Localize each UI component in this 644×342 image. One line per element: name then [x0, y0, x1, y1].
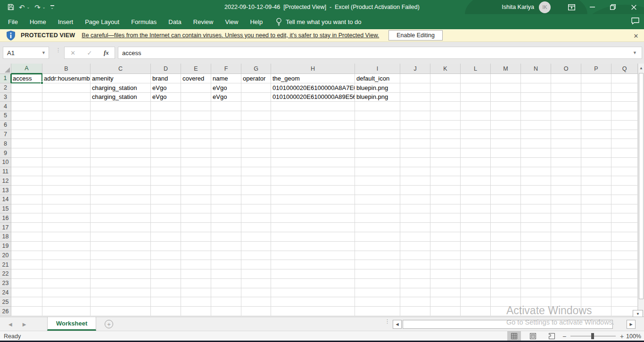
cell-D8[interactable] [151, 139, 181, 148]
cell-I5[interactable] [355, 111, 400, 121]
cell-E18[interactable] [181, 232, 211, 242]
cell-F18[interactable] [211, 232, 241, 242]
cell-B11[interactable] [42, 167, 91, 177]
cell-L13[interactable] [461, 186, 491, 195]
cell-A20[interactable] [11, 251, 42, 261]
cell-H12[interactable] [271, 176, 355, 186]
normal-view-icon[interactable] [507, 331, 521, 341]
cell-C6[interactable] [91, 121, 151, 130]
row-header-13[interactable]: 13 [0, 186, 11, 195]
cell-D9[interactable] [151, 148, 181, 158]
cell-L24[interactable] [461, 288, 491, 298]
cell-O12[interactable] [551, 176, 581, 186]
cell-O13[interactable] [551, 186, 581, 195]
horizontal-scrollbar[interactable] [402, 320, 626, 329]
cell-E8[interactable] [181, 139, 211, 148]
cell-B10[interactable] [42, 158, 91, 167]
formula-bar-drag-handle[interactable]: ⋮ [56, 49, 58, 57]
row-header-18[interactable]: 18 [0, 232, 11, 242]
formula-bar-input[interactable]: access ▼ [118, 47, 642, 59]
cell-G21[interactable] [241, 260, 271, 269]
cell-I2[interactable]: bluepin.png [355, 83, 400, 93]
cell-M24[interactable] [491, 288, 521, 298]
row-header-23[interactable]: 23 [0, 279, 11, 288]
cell-K16[interactable] [430, 213, 461, 223]
ribbon-tab-insert[interactable]: Insert [58, 18, 74, 25]
cell-K11[interactable] [430, 167, 461, 177]
cell-H24[interactable] [271, 288, 355, 298]
cell-M19[interactable] [491, 242, 521, 251]
cell-D16[interactable] [151, 213, 181, 223]
cell-C5[interactable] [91, 111, 151, 121]
cell-I6[interactable] [355, 121, 400, 130]
zoom-slider-thumb[interactable] [591, 333, 594, 339]
cell-M13[interactable] [491, 186, 521, 195]
cell-L11[interactable] [461, 167, 491, 177]
cell-D19[interactable] [151, 242, 181, 251]
cell-I14[interactable] [355, 195, 400, 204]
cell-N19[interactable] [521, 242, 551, 251]
cell-J22[interactable] [400, 269, 430, 279]
column-header-H[interactable]: H [271, 64, 355, 74]
cell-F10[interactable] [211, 158, 241, 167]
insert-function-icon[interactable]: fx [104, 49, 109, 57]
cell-D25[interactable] [151, 297, 181, 307]
cell-Q6[interactable] [611, 121, 638, 130]
cell-H1[interactable]: the_geom [271, 74, 355, 83]
cell-D18[interactable] [151, 232, 181, 242]
cell-M12[interactable] [491, 176, 521, 186]
cancel-entry-icon[interactable]: ✕ [70, 49, 75, 57]
cell-H14[interactable] [271, 195, 355, 204]
cell-H4[interactable] [271, 102, 355, 111]
cell-D15[interactable] [151, 204, 181, 214]
cell-A7[interactable] [11, 130, 42, 139]
confirm-entry-icon[interactable]: ✓ [87, 49, 92, 57]
cell-K15[interactable] [430, 204, 461, 214]
cell-O21[interactable] [551, 260, 581, 269]
column-header-G[interactable]: G [241, 64, 271, 74]
cell-L2[interactable] [461, 83, 491, 93]
cell-G19[interactable] [241, 242, 271, 251]
ribbon-tab-formulas[interactable]: Formulas [131, 18, 157, 25]
comment-icon[interactable] [631, 17, 639, 24]
cell-I19[interactable] [355, 242, 400, 251]
cell-Q15[interactable] [611, 204, 638, 214]
cell-B5[interactable] [42, 111, 91, 121]
scroll-up-icon[interactable]: ▲ [638, 64, 644, 72]
cell-P7[interactable] [581, 130, 611, 139]
cell-B21[interactable] [42, 260, 91, 269]
cell-A1[interactable]: access [11, 74, 42, 83]
cell-F15[interactable] [211, 204, 241, 214]
cell-L9[interactable] [461, 148, 491, 158]
cell-N12[interactable] [521, 176, 551, 186]
cell-F25[interactable] [211, 297, 241, 307]
cell-K23[interactable] [430, 279, 461, 288]
cell-C3[interactable]: charging_station [91, 93, 151, 102]
cell-D26[interactable] [151, 307, 181, 316]
cell-A23[interactable] [11, 279, 42, 288]
cell-I1[interactable]: default_icon [355, 74, 400, 83]
cell-J13[interactable] [400, 186, 430, 195]
cell-G22[interactable] [241, 269, 271, 279]
cell-P25[interactable] [581, 297, 611, 307]
cell-J18[interactable] [400, 232, 430, 242]
cell-C15[interactable] [91, 204, 151, 214]
cell-I22[interactable] [355, 269, 400, 279]
cell-P12[interactable] [581, 176, 611, 186]
cell-J7[interactable] [400, 130, 430, 139]
cell-M11[interactable] [491, 167, 521, 177]
cell-K22[interactable] [430, 269, 461, 279]
cell-D2[interactable]: eVgo [151, 83, 181, 93]
cell-N5[interactable] [521, 111, 551, 121]
cell-C20[interactable] [91, 251, 151, 261]
cell-B15[interactable] [42, 204, 91, 214]
cell-L15[interactable] [461, 204, 491, 214]
cell-H17[interactable] [271, 223, 355, 232]
tell-me-box[interactable]: Tell me what you want to do [276, 18, 361, 26]
cell-J6[interactable] [400, 121, 430, 130]
cell-O25[interactable] [551, 297, 581, 307]
cell-F2[interactable]: eVgo [211, 83, 241, 93]
cell-M14[interactable] [491, 195, 521, 204]
cell-K24[interactable] [430, 288, 461, 298]
banner-close-icon[interactable]: ✕ [632, 32, 640, 40]
